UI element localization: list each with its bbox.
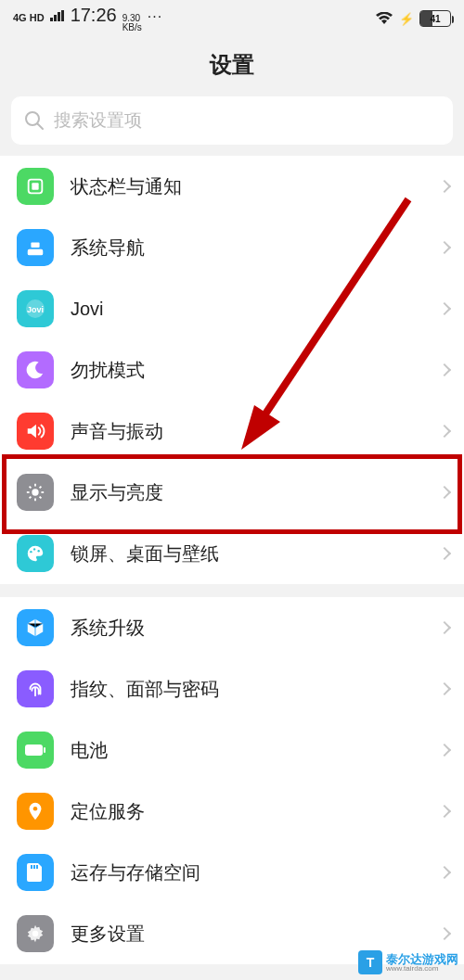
row-system-nav[interactable]: 系统导航: [0, 217, 464, 278]
svg-line-5: [38, 124, 44, 130]
row-dnd[interactable]: 勿扰模式: [0, 339, 464, 401]
settings-group: 状态栏与通知系统导航JoviJovi勿扰模式声音与振动显示与亮度锁屏、桌面与壁纸: [0, 156, 464, 584]
battery-icon: [17, 732, 54, 769]
svg-rect-7: [32, 183, 38, 189]
wifi-icon: [375, 12, 393, 25]
svg-line-17: [30, 487, 32, 489]
row-label: 状态栏与通知: [71, 174, 440, 199]
battery-icon: 41: [419, 10, 451, 27]
row-label: 锁屏、桌面与壁纸: [71, 541, 440, 566]
gear-icon: [17, 915, 54, 952]
svg-rect-25: [44, 747, 45, 753]
chevron-right-icon: [438, 621, 451, 634]
svg-rect-27: [31, 865, 32, 869]
status-right: ⚡ 41: [375, 10, 451, 27]
row-label: 勿扰模式: [71, 358, 440, 383]
moon-icon: [17, 351, 54, 388]
search-icon: [24, 110, 45, 131]
jovi-icon: Jovi: [17, 290, 54, 327]
svg-rect-29: [36, 865, 38, 869]
svg-point-26: [33, 807, 38, 811]
palette-icon: [17, 535, 54, 572]
location-icon: [17, 793, 54, 830]
row-status-notif[interactable]: 状态栏与通知: [0, 156, 464, 217]
chevron-right-icon: [438, 805, 451, 818]
chevron-right-icon: [438, 486, 451, 499]
nav-icon: [17, 229, 54, 266]
status-bar: 4G HD 17:26 9.30KB/s ··· ⚡ 41: [0, 0, 464, 37]
svg-rect-0: [50, 18, 53, 21]
row-storage[interactable]: 运存与存储空间: [0, 842, 464, 903]
settings-group: 系统升级指纹、面部与密码电池定位服务运存与存储空间更多设置: [0, 597, 464, 964]
search-bar[interactable]: [11, 96, 453, 145]
row-location[interactable]: 定位服务: [0, 781, 464, 842]
row-label: 运存与存储空间: [71, 860, 440, 885]
svg-rect-9: [31, 243, 39, 248]
row-label: Jovi: [71, 299, 440, 320]
watermark-cn: 泰尔达游戏网: [386, 953, 458, 965]
chevron-right-icon: [438, 547, 451, 560]
row-label: 指纹、面部与密码: [71, 677, 440, 702]
row-label: 显示与亮度: [71, 480, 440, 505]
svg-rect-2: [58, 12, 60, 21]
row-label: 系统升级: [71, 616, 440, 641]
net-speed: 9.30KB/s: [122, 14, 142, 32]
svg-rect-1: [54, 15, 57, 21]
row-system-update[interactable]: 系统升级: [0, 597, 464, 658]
row-label: 系统导航: [71, 235, 440, 261]
watermark: T 泰尔达游戏网 www.tairda.com: [358, 950, 458, 974]
svg-text:Jovi: Jovi: [27, 305, 44, 314]
signal-label: 4G HD: [13, 12, 45, 23]
svg-rect-8: [28, 249, 44, 255]
chevron-right-icon: [438, 241, 451, 254]
svg-point-21: [30, 551, 32, 553]
sd-icon: [17, 854, 54, 891]
row-label: 声音与振动: [71, 419, 440, 444]
svg-rect-24: [25, 745, 43, 756]
row-label: 电池: [71, 738, 440, 763]
chevron-right-icon: [438, 744, 451, 757]
watermark-en: www.tairda.com: [386, 965, 458, 973]
search-input[interactable]: [54, 110, 440, 131]
bright-icon: [17, 474, 54, 511]
chevron-right-icon: [438, 682, 451, 695]
chevron-right-icon: [438, 180, 451, 193]
watermark-logo: T: [358, 950, 382, 974]
notif-icon: [17, 168, 54, 205]
search-container: [0, 96, 464, 156]
svg-point-23: [37, 550, 39, 552]
chevron-right-icon: [438, 425, 451, 438]
status-left: 4G HD 17:26 9.30KB/s ···: [13, 5, 162, 32]
page-title: 设置: [0, 37, 464, 96]
charge-icon: ⚡: [399, 12, 414, 26]
row-sound[interactable]: 声音与振动: [0, 401, 464, 462]
svg-rect-3: [61, 10, 64, 21]
svg-rect-28: [33, 865, 35, 869]
svg-line-18: [40, 497, 42, 499]
svg-line-20: [40, 487, 42, 489]
fingerprint-icon: [17, 670, 54, 707]
svg-point-12: [32, 489, 38, 495]
chevron-right-icon: [438, 927, 451, 940]
row-jovi[interactable]: JoviJovi: [0, 278, 464, 339]
signal-icon: [50, 10, 65, 21]
sound-icon: [17, 413, 54, 450]
svg-line-19: [30, 497, 32, 499]
chevron-right-icon: [438, 302, 451, 315]
chevron-right-icon: [438, 866, 451, 879]
battery-text: 41: [420, 14, 450, 24]
row-label: 更多设置: [71, 922, 440, 947]
row-label: 定位服务: [71, 799, 440, 824]
row-biometrics[interactable]: 指纹、面部与密码: [0, 658, 464, 719]
row-battery[interactable]: 电池: [0, 719, 464, 781]
clock: 17:26: [71, 5, 117, 26]
svg-point-22: [33, 548, 35, 550]
more-icon: ···: [148, 8, 162, 25]
row-lockscreen[interactable]: 锁屏、桌面与壁纸: [0, 523, 464, 584]
chevron-right-icon: [438, 363, 451, 376]
row-display[interactable]: 显示与亮度: [0, 462, 464, 523]
cube-icon: [17, 609, 54, 646]
